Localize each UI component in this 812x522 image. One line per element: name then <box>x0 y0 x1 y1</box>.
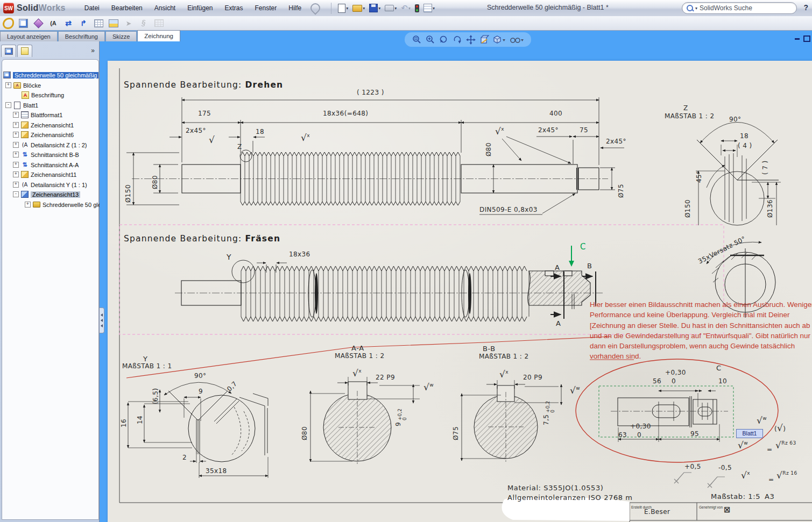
menu-ansicht[interactable]: Ansicht <box>149 1 181 16</box>
tree-item-label[interactable]: Zeichenansicht1 <box>31 122 74 128</box>
menu-datei[interactable]: Datei <box>79 1 105 16</box>
tree-item-label[interactable]: Blattformat1 <box>31 112 62 118</box>
search-input[interactable]: SolidWorks Suche <box>700 4 752 12</box>
detail-view-icon[interactable]: (A <box>47 18 59 29</box>
surface-finish-default-icon: (√) <box>774 424 786 433</box>
tree-item-zeichenansicht6[interactable]: +Zeichenansicht6 <box>13 130 74 139</box>
expand-toggle[interactable]: - <box>13 191 19 197</box>
menu-extras[interactable]: Extras <box>219 1 249 16</box>
tree-item-label[interactable]: Blöcke <box>23 82 41 89</box>
view-orientation-icon[interactable] <box>493 35 506 45</box>
expand-toggle[interactable]: + <box>13 171 19 177</box>
menu-bearbeiten[interactable]: Bearbeiten <box>105 1 149 16</box>
menu-pin-icon[interactable] <box>309 1 322 15</box>
feature-manager-tab[interactable] <box>1 45 16 57</box>
view-palette-icon[interactable] <box>17 18 29 29</box>
tree-item-label[interactable]: Zeichenansicht6 <box>31 132 74 138</box>
options-icon[interactable]: ▾ <box>422 3 436 13</box>
drawing-view-icon <box>21 131 29 138</box>
tab-beschriftung[interactable]: Beschriftung <box>58 31 105 41</box>
tree-item-detailansicht-z[interactable]: +(ADetailansicht Z (1 : 2) <box>13 140 87 149</box>
expand-toggle[interactable]: + <box>13 142 19 148</box>
rebuild-traffic-light-icon[interactable] <box>414 3 420 13</box>
dimension-icon[interactable] <box>2 18 14 29</box>
tree-item-blattformat1[interactable]: +Blattformat1 <box>13 110 62 119</box>
expand-toggle[interactable]: + <box>13 182 19 188</box>
tol-0: 0 <box>637 431 641 439</box>
expand-toggle[interactable]: - <box>5 102 11 108</box>
table-grid-icon[interactable] <box>93 18 104 29</box>
zoom-previous-icon[interactable] <box>439 35 449 45</box>
display-style-icon[interactable] <box>510 35 524 45</box>
expand-toggle[interactable]: + <box>5 82 11 88</box>
tree-item-label[interactable]: Schnittansicht A-A <box>31 162 79 168</box>
tree-item-label[interactable]: Detailansicht Z (1 : 2) <box>31 142 87 148</box>
expand-toggle[interactable]: + <box>13 162 19 168</box>
tree-item-label[interactable]: Detailansicht Y (1 : 1) <box>31 182 87 188</box>
surface-finish-icon: √x <box>499 368 509 379</box>
tree-root-label[interactable]: Schredderwelle 50 gleichmäßig <box>13 72 98 78</box>
open-icon[interactable]: ▾ <box>351 4 366 13</box>
drawing-view-selected-icon <box>21 191 29 198</box>
view-bb-title: B-B <box>483 345 496 353</box>
tab-skizze[interactable]: Skizze <box>105 31 137 41</box>
menu-fenster[interactable]: Fenster <box>249 1 283 16</box>
panel-expand-chevron[interactable]: » <box>91 47 95 54</box>
tree-item-detailansicht-y[interactable]: +(ADetailansicht Y (1 : 1) <box>13 180 87 189</box>
expand-toggle[interactable]: + <box>13 112 19 118</box>
step-view-icon[interactable]: ↱ <box>77 18 89 29</box>
dim-keyway-depth: 7,5+0,20 <box>542 401 555 425</box>
help-button[interactable]: ? <box>803 3 808 12</box>
tree-item-blatt1[interactable]: -Blatt1 <box>5 101 38 110</box>
tree-item-label[interactable]: Beschriftung <box>31 92 64 98</box>
title-bar: SW SolidWorks Datei Bearbeiten Ansicht E… <box>0 0 812 17</box>
sheet-format-icon[interactable] <box>108 18 119 29</box>
tree-root[interactable]: Schredderwelle 50 gleichmäßig <box>3 70 98 80</box>
tree-item-label[interactable]: Schredderwelle 50 glei <box>43 202 102 208</box>
rotate-view-icon[interactable] <box>453 35 462 45</box>
expand-toggle[interactable]: + <box>13 152 19 158</box>
expand-toggle[interactable]: + <box>13 132 19 138</box>
3d-drawing-view-icon[interactable] <box>479 35 489 45</box>
tree-item-zeichenansicht11[interactable]: +Zeichenansicht11 <box>13 170 76 179</box>
save-icon[interactable]: ▾ <box>368 3 382 13</box>
tab-layout-anzeigen[interactable]: Layout anzeigen <box>0 31 58 41</box>
pointer-icon-disabled: ➤ <box>123 18 135 29</box>
tree-item-bloecke[interactable]: +ABlöcke <box>5 81 41 90</box>
check-glyph: √ <box>738 440 744 451</box>
dim-dia136: Ø136 <box>766 199 774 218</box>
menu-einfuegen[interactable]: Einfügen <box>181 1 218 16</box>
dim-18: 18 <box>256 128 264 135</box>
section-title-bold: Drehen <box>245 80 284 90</box>
annotation-diamond-icon[interactable] <box>32 18 44 29</box>
tree-item-label[interactable]: Schnittansicht B-B <box>31 152 79 158</box>
restore-icon[interactable] <box>803 35 810 42</box>
search-dropdown-icon[interactable]: ▾ <box>695 6 697 11</box>
detail-view-icon: (A <box>21 181 29 188</box>
swap-view-icon[interactable]: ⇄ <box>62 18 74 29</box>
tree-item-beschriftung[interactable]: ABeschriftung <box>13 90 64 99</box>
tree-item-label[interactable]: Blatt1 <box>23 102 38 109</box>
tree-item-schredderwelle-part[interactable]: +Schredderwelle 50 glei <box>25 200 102 209</box>
undo-icon[interactable]: ↶▾ <box>400 3 412 13</box>
menu-hilfe[interactable]: Hilfe <box>283 1 307 16</box>
expand-toggle[interactable]: + <box>13 122 19 128</box>
tree-item-label[interactable]: Zeichenansicht13 <box>31 191 80 198</box>
tree-item-schnittansicht-bb[interactable]: +⇅Schnittansicht B-B <box>13 150 79 159</box>
zoom-area-icon[interactable] <box>426 35 435 45</box>
tree-item-zeichenansicht1[interactable]: +Zeichenansicht1 <box>13 120 74 130</box>
property-manager-tab[interactable] <box>17 45 32 57</box>
tree-item-schnittansicht-aa[interactable]: +⇅Schnittansicht A-A <box>13 160 79 169</box>
tree-item-label[interactable]: Zeichenansicht11 <box>31 171 76 178</box>
pan-icon[interactable] <box>466 35 476 45</box>
drawing-workspace[interactable]: Spannende Bearbeitung: Drehen ( 1223 ) 1… <box>100 41 812 522</box>
print-icon[interactable]: ▾ <box>384 4 398 12</box>
minimize-icon[interactable] <box>795 38 800 40</box>
search-box[interactable]: ▾ SolidWorks Suche <box>682 2 797 14</box>
expand-toggle[interactable]: + <box>25 202 31 208</box>
tab-zeichnung[interactable]: Zeichnung <box>137 30 180 41</box>
panel-collapse-handle[interactable] <box>100 308 104 333</box>
zoom-fit-icon[interactable] <box>412 35 422 45</box>
tree-item-zeichenansicht13[interactable]: -Zeichenansicht13 <box>13 190 80 199</box>
new-document-icon[interactable]: ▾ <box>337 3 349 14</box>
